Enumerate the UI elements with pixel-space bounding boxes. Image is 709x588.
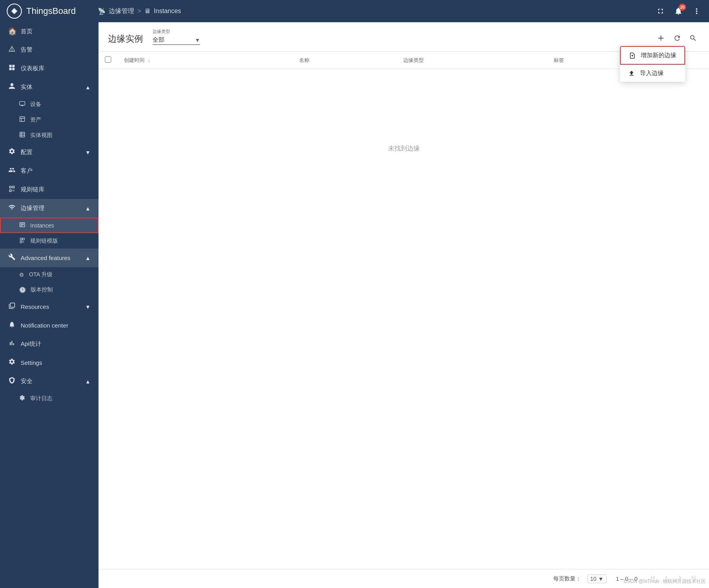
sidebar-item-security[interactable]: 安全 ▲ [0,372,99,391]
sidebar-item-edge-mgmt-label: 边缘管理 [21,204,44,212]
sidebar-item-settings-label: Settings [21,359,42,366]
watermark: CSDN @IoTHub · 物联网开源技术社区 [624,578,706,585]
sidebar-item-version-control-label: 版本控制 [31,286,53,293]
page-size-selector[interactable]: 10 ▼ [587,575,606,583]
add-button[interactable] [654,31,668,45]
version-control-icon: 🕐 [19,287,26,293]
column-name: 名称 [293,52,397,69]
sidebar-item-entity[interactable]: 实体 ▲ [0,78,99,96]
assets-icon [19,116,25,123]
resources-chevron-icon: ▼ [85,304,91,310]
api-stats-icon [8,339,16,349]
filter-value: 全部 [153,36,193,44]
content-header: 边缘实例 边缘类型 全部 ▼ [99,22,709,52]
sidebar-item-audit-log-label: 审计日志 [30,395,52,402]
sidebar-item-advanced-features[interactable]: Advanced features ▲ [0,249,99,267]
sidebar-item-entity-view-label: 实体视图 [30,132,52,139]
notification-count: 20 [679,4,686,11]
sidebar-item-assets[interactable]: 资产 [0,112,99,127]
search-button[interactable] [687,32,699,44]
sidebar-item-rule-chain[interactable]: 规则链库 [0,180,99,199]
config-chevron-icon: ▼ [85,149,91,156]
dropdown-item-import-edge[interactable]: 导入边缘 [620,65,685,82]
devices-icon [19,100,25,108]
config-icon [8,148,16,157]
thingsboard-logo-icon [6,3,22,19]
column-created-time: 创建时间 ↓ [118,52,293,69]
sidebar-item-settings[interactable]: Settings [0,353,99,372]
edges-table: 创建时间 ↓ 名称 边缘类型 标签 [99,52,709,69]
sidebar-item-config[interactable]: 配置 ▼ [0,143,99,162]
sidebar-item-notification-center-label: Notification center [21,322,68,329]
sidebar-item-assets-label: 资产 [30,116,41,123]
sidebar-item-security-label: 安全 [21,378,33,385]
dropdown-item-add-edge[interactable]: 增加新的边缘 [620,46,685,65]
sidebar-item-dashboard[interactable]: 仪表板库 [0,59,99,78]
sidebar-item-rule-chain-template[interactable]: 规则链模版 [0,233,99,249]
more-options-button[interactable] [691,5,703,17]
sidebar-item-rule-chain-template-label: 规则链模版 [30,237,58,245]
instances-icon [19,222,25,229]
security-icon [8,377,16,386]
breadcrumb-wifi-icon: 📡 [98,8,106,15]
rule-chain-icon [8,185,16,194]
edge-type-filter[interactable]: 全部 ▼ [153,35,200,45]
audit-log-icon [19,395,25,402]
sidebar-item-entity-label: 实体 [21,83,33,91]
select-all-checkbox[interactable] [105,56,111,63]
sidebar-item-notification-center[interactable]: Notification center [0,316,99,335]
dropdown-item-import-edge-label: 导入边缘 [640,69,664,77]
home-icon: 🏠 [8,27,16,36]
sidebar: 🏠 首页 告警 仪表板库 实体 ▲ [0,22,99,588]
sidebar-item-ota-label: OTA 升级 [29,271,52,278]
sidebar-item-api-stats[interactable]: Api统计 [0,335,99,353]
sidebar-item-resources-label: Resources [21,303,49,310]
advanced-features-icon [8,253,16,262]
sidebar-item-instances-label: Instances [30,222,54,229]
breadcrumb-current: Instances [154,8,181,15]
refresh-button[interactable] [671,32,684,44]
sidebar-item-alarm[interactable]: 告警 [0,40,99,59]
table-container: 创建时间 ↓ 名称 边缘类型 标签 [99,52,709,569]
sidebar-item-version-control[interactable]: 🕐 版本控制 [0,282,99,297]
dashboard-icon [8,64,16,73]
sidebar-item-devices[interactable]: 设备 [0,96,99,112]
sort-arrow-icon: ↓ [148,58,150,63]
edge-mgmt-chevron-icon: ▲ [85,205,91,212]
svg-rect-2 [19,102,25,105]
column-edge-type: 边缘类型 [397,52,547,69]
table-footer: 每页数量： 10 ▼ 1 – 0 – 0 [99,569,709,588]
svg-point-1 [13,10,16,13]
entity-icon [8,83,16,92]
dropdown-item-add-edge-label: 增加新的边缘 [641,52,676,59]
settings-icon [8,358,16,367]
sidebar-item-instances[interactable]: Instances [0,218,99,233]
rule-chain-template-icon [19,237,25,245]
sidebar-item-audit-log[interactable]: 审计日志 [0,391,99,406]
page-size-value: 10 [590,576,597,582]
breadcrumb-parent[interactable]: 边缘管理 [109,7,134,15]
edge-type-label: 边缘类型 [403,57,424,63]
app-name: ThingsBoard [26,6,76,16]
sidebar-item-entity-view[interactable]: 实体视图 [0,127,99,143]
sidebar-item-config-label: 配置 [21,148,33,156]
entity-view-icon [19,131,25,139]
sidebar-item-home-label: 首页 [21,28,33,35]
filter-section: 边缘类型 全部 ▼ [153,29,200,45]
advanced-features-chevron-icon: ▲ [85,255,91,261]
select-all-header [99,52,118,69]
topbar-actions: 20 [655,5,703,17]
page-title: 边缘实例 [108,33,143,45]
sidebar-item-ota[interactable]: ⚙ OTA 升级 [0,267,99,282]
filter-chevron-icon: ▼ [195,37,200,43]
notifications-button[interactable]: 20 [672,5,684,17]
sidebar-item-home[interactable]: 🏠 首页 [0,22,99,40]
breadcrumb-separator: > [137,8,141,15]
sidebar-item-alarm-label: 告警 [21,46,33,54]
sidebar-item-edge-mgmt[interactable]: 边缘管理 ▲ [0,199,99,218]
main-layout: 🏠 首页 告警 仪表板库 实体 ▲ [0,22,709,588]
sidebar-item-customer[interactable]: 客户 [0,162,99,180]
sidebar-item-resources[interactable]: Resources ▼ [0,297,99,316]
fullscreen-button[interactable] [655,6,666,17]
header-actions [654,31,699,45]
